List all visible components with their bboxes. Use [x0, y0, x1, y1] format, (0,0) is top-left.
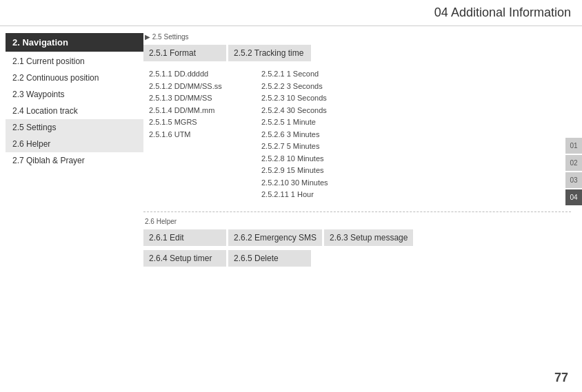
nav-header: 2. Navigation — [6, 33, 143, 52]
tab-03[interactable]: 03 — [565, 172, 582, 188]
nav-items: 2.1 Current position 2.2 Continuous posi… — [6, 53, 143, 169]
format-subitems: 2.5.1.1 DD.ddddd 2.5.1.2 DD/MM/SS.ss 2.5… — [143, 65, 254, 203]
settings-menu-row: 2.5.1 Format 2.5.2 Tracking time — [143, 45, 571, 61]
tracking-sub-4[interactable]: 2.5.2.4 30 Seconds — [261, 105, 361, 116]
tracking-sub-1[interactable]: 2.5.2.1 1 Second — [261, 68, 361, 80]
delete-box[interactable]: 2.6.5 Delete — [228, 250, 311, 267]
settings-section-label: ▶ 2.5 Settings — [145, 33, 571, 41]
nav-item-2-1[interactable]: 2.1 Current position — [6, 53, 143, 70]
nav-item-2-3[interactable]: 2.3 Waypoints — [6, 86, 143, 103]
tracking-sub-9[interactable]: 2.5.2.9 15 Minutes — [261, 165, 361, 176]
format-sub-5[interactable]: 2.5.1.5 MGRS — [149, 116, 248, 128]
tracking-sub-10[interactable]: 2.5.2.10 30 Minutes — [261, 177, 361, 189]
main-content: 2. Navigation 2.1 Current position 2.2 C… — [0, 26, 582, 275]
tracking-sub-6[interactable]: 2.5.2.6 3 Minutes — [261, 129, 361, 141]
tracking-sub-2[interactable]: 2.5.2.2 3 Seconds — [261, 81, 361, 92]
nav-item-2-2[interactable]: 2.2 Continuous position — [6, 70, 143, 86]
format-sub-6[interactable]: 2.5.1.6 UTM — [149, 129, 248, 141]
tab-01[interactable]: 01 — [565, 138, 582, 154]
content-panel: ▶ 2.5 Settings 2.5.1 Format 2.5.2 Tracki… — [143, 33, 571, 268]
setup-message-box[interactable]: 2.6.3 Setup message — [324, 229, 413, 246]
section-divider — [143, 212, 571, 212]
nav-column: 2. Navigation 2.1 Current position 2.2 C… — [6, 33, 143, 268]
tracking-sub-5[interactable]: 2.5.2.5 1 Minute — [261, 116, 361, 128]
format-sub-2[interactable]: 2.5.1.2 DD/MM/SS.ss — [149, 81, 248, 92]
helper-section-label: 2.6 Helper — [145, 218, 571, 225]
tracking-sub-3[interactable]: 2.5.2.3 10 Seconds — [261, 92, 361, 104]
format-sub-1[interactable]: 2.5.1.1 DD.ddddd — [149, 68, 248, 80]
format-box[interactable]: 2.5.1 Format — [143, 45, 226, 61]
tracking-time-box[interactable]: 2.5.2 Tracking time — [228, 45, 311, 61]
format-sub-3[interactable]: 2.5.1.3 DD/MM/SS — [149, 92, 248, 104]
tracking-sub-11[interactable]: 2.5.2.11 1 Hour — [261, 189, 361, 200]
setup-timer-box[interactable]: 2.6.4 Setup timer — [143, 250, 226, 267]
emergency-sms-box[interactable]: 2.6.2 Emergency SMS — [228, 229, 322, 246]
nav-item-2-5[interactable]: 2.5 Settings — [6, 119, 143, 136]
chapter-tabs: 01 02 03 04 — [565, 138, 582, 205]
tab-02[interactable]: 02 — [565, 155, 582, 171]
helper-row-2: 2.6.4 Setup timer 2.6.5 Delete — [143, 250, 571, 267]
tracking-subitems: 2.5.2.1 1 Second 2.5.2.2 3 Seconds 2.5.2… — [256, 65, 366, 203]
tracking-sub-8[interactable]: 2.5.2.8 10 Minutes — [261, 153, 361, 165]
tab-04[interactable]: 04 — [565, 189, 582, 205]
page-title: 04 Additional Information — [434, 6, 571, 19]
nav-item-2-4[interactable]: 2.4 Location track — [6, 103, 143, 119]
helper-row-1: 2.6.1 Edit 2.6.2 Emergency SMS 2.6.3 Set… — [143, 229, 571, 246]
nav-item-2-6[interactable]: 2.6 Helper — [6, 136, 143, 152]
format-sub-4[interactable]: 2.5.1.4 DD/MM.mm — [149, 105, 248, 116]
edit-box[interactable]: 2.6.1 Edit — [143, 229, 226, 246]
page-header: 04 Additional Information — [0, 0, 582, 26]
sub-items-row: 2.5.1.1 DD.ddddd 2.5.1.2 DD/MM/SS.ss 2.5… — [143, 65, 571, 203]
nav-item-2-7[interactable]: 2.7 Qiblah & Prayer — [6, 152, 143, 169]
page-number: 77 — [554, 371, 568, 385]
tracking-sub-7[interactable]: 2.5.2.7 5 Minutes — [261, 141, 361, 152]
